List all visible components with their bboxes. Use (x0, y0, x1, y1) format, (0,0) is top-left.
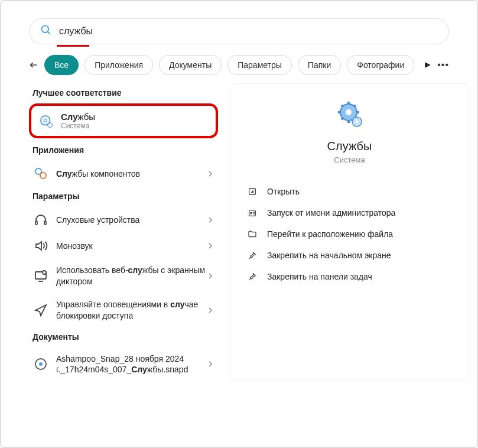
pin-icon (247, 250, 258, 261)
gear-cluster-icon (34, 167, 48, 181)
details-subtitle: Система (334, 155, 365, 164)
chevron-right-icon (207, 271, 213, 281)
action-label: Запуск от имени администратора (267, 208, 395, 217)
settings-result-item[interactable]: Управляйте оповещениями в случае блокиро… (29, 293, 218, 327)
search-bar[interactable] (29, 18, 449, 44)
chevron-right-icon (207, 168, 213, 179)
headset-icon (34, 213, 48, 227)
shield-icon (247, 207, 258, 218)
chevron-right-icon (207, 359, 213, 369)
best-match-subtitle: Система (61, 122, 95, 130)
section-apps: Приложения (32, 145, 218, 155)
svg-point-32 (251, 212, 252, 214)
svg-point-5 (44, 119, 47, 122)
action-open[interactable]: Открыть (245, 181, 454, 202)
list-item-label: Слуховые устройства (56, 215, 207, 226)
svg-point-29 (355, 121, 358, 124)
svg-point-16 (39, 362, 43, 366)
results-list: Лучшее соответствие Службы Система Прило… (29, 83, 218, 381)
list-item-label: Монозвук (56, 241, 207, 252)
search-icon (40, 24, 52, 38)
svg-line-23 (355, 105, 356, 106)
action-pin-to-start[interactable]: Закрепить на начальном экране (245, 245, 454, 266)
chevron-right-icon (207, 305, 213, 316)
tab-settings[interactable]: Параметры (227, 55, 292, 75)
svg-line-24 (342, 105, 343, 106)
best-match-item[interactable]: Службы Система (29, 103, 218, 138)
overflow-menu[interactable]: ••• (437, 56, 449, 74)
svg-point-27 (346, 109, 352, 115)
list-item-label: Ashampoo_Snap_28 ноября 2024 г._17h24m04… (56, 353, 207, 376)
action-label: Закрепить на панели задач (267, 272, 372, 281)
list-item-label: Использовать веб-службы с экранным дикто… (56, 265, 207, 287)
action-run-as-admin[interactable]: Запуск от имени администратора (245, 202, 454, 223)
back-button[interactable] (29, 57, 38, 73)
search-window: { "search": { "query": "службы" }, "tabs… (0, 0, 478, 448)
open-icon (247, 186, 258, 197)
section-best-match: Лучшее соответствие (32, 88, 218, 98)
svg-point-14 (43, 271, 46, 274)
chevron-right-icon (207, 215, 213, 225)
action-label: Закрепить на начальном экране (267, 251, 391, 260)
tabs-more[interactable] (424, 56, 431, 74)
svg-line-26 (342, 118, 343, 119)
best-match-title: Службы (61, 112, 95, 122)
gear-icon (38, 113, 54, 129)
file-icon (34, 357, 48, 371)
tab-documents[interactable]: Документы (159, 55, 222, 75)
settings-result-item[interactable]: Монозвук (29, 233, 218, 259)
svg-point-0 (42, 26, 49, 33)
tab-all[interactable]: Все (44, 55, 79, 75)
app-result-item[interactable]: Службы компонентов (29, 161, 218, 187)
document-result-item[interactable]: Ashampoo_Snap_28 ноября 2024 г._17h24m04… (29, 348, 218, 382)
details-hero: Службы Система (245, 100, 454, 164)
results-body: Лучшее соответствие Службы Система Прило… (29, 83, 469, 381)
tab-photos[interactable]: Фотографии (347, 55, 414, 75)
svg-point-6 (48, 122, 53, 127)
section-settings: Параметры (32, 191, 218, 201)
settings-result-item[interactable]: Слуховые устройства (29, 207, 218, 233)
chevron-right-icon (207, 241, 213, 251)
list-item-label: Управляйте оповещениями в случае блокиро… (56, 299, 207, 322)
gear-icon (336, 100, 364, 129)
details-title: Службы (327, 139, 372, 153)
tabs-row: Все Приложения Документы Параметры Папки… (29, 55, 449, 75)
search-input[interactable] (59, 26, 438, 37)
action-open-file-location[interactable]: Перейти к расположению файла (245, 223, 454, 245)
action-pin-to-taskbar[interactable]: Закрепить на панели задач (245, 266, 454, 287)
svg-rect-10 (44, 221, 46, 225)
action-label: Открыть (267, 187, 300, 196)
settings-result-item[interactable]: Использовать веб-службы с экранным дикто… (29, 259, 218, 293)
list-item-label: Службы компонентов (56, 168, 207, 180)
pin-icon (247, 271, 258, 282)
monitor-icon (34, 269, 48, 283)
folder-icon (247, 229, 258, 239)
svg-marker-11 (36, 242, 41, 250)
send-icon (34, 303, 48, 317)
svg-point-8 (40, 173, 46, 178)
svg-line-1 (48, 32, 50, 34)
speaker-icon (34, 239, 48, 253)
svg-marker-3 (425, 62, 431, 68)
svg-rect-9 (35, 221, 37, 225)
annotation-underline (57, 45, 89, 47)
section-documents: Документы (32, 332, 218, 342)
tab-folders[interactable]: Папки (298, 55, 341, 75)
details-panel: Службы Система Открыть Запуск от имени а… (230, 83, 469, 381)
tab-apps[interactable]: Приложения (84, 55, 153, 75)
action-label: Перейти к расположению файла (267, 229, 393, 239)
